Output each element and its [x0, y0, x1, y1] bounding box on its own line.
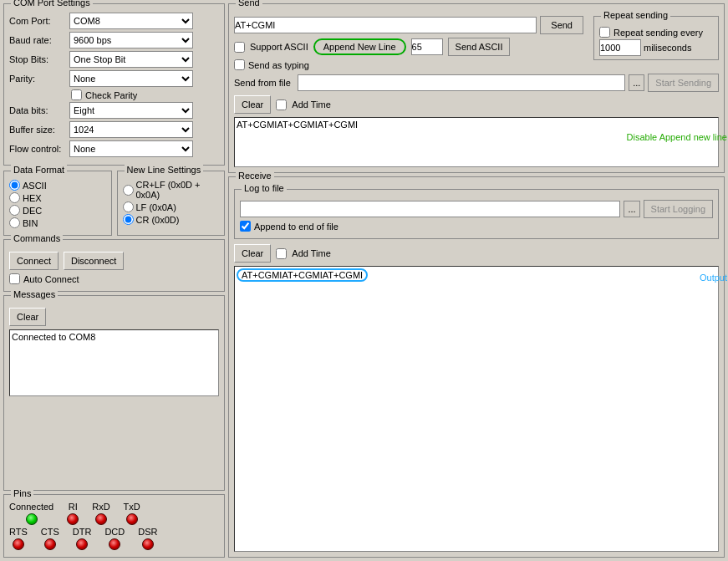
pin-rts: RTS — [9, 527, 28, 550]
file-browse-button[interactable]: ... — [629, 74, 644, 91]
send-command-input[interactable] — [234, 17, 537, 33]
pin-cts-label: CTS — [41, 527, 59, 537]
append-new-line-button[interactable]: Append New Line — [313, 38, 406, 55]
pin-rts-led — [13, 538, 24, 550]
connect-button[interactable]: Connect — [9, 252, 59, 270]
send-as-typing-label: Send as typing — [248, 60, 309, 70]
pin-dcd-label: DCD — [104, 527, 125, 537]
com-port-select[interactable]: COM8 — [69, 13, 193, 29]
pin-dsr-led — [142, 538, 154, 550]
receive-box: Receive Log to file ... Start Logging Ap… — [228, 176, 725, 558]
stop-bits-select[interactable]: One Stop Bit — [69, 51, 193, 68]
buffer-size-select[interactable]: 1024 — [69, 121, 193, 138]
dec-radio[interactable] — [9, 205, 20, 216]
com-port-settings: COM Port Settings Com Port: COM8 Baud ra… — [3, 3, 225, 166]
repeat-sending-checkbox[interactable] — [599, 27, 610, 38]
repeat-interval-input[interactable] — [599, 39, 641, 56]
send-ascii-button[interactable]: Send ASCII — [448, 38, 511, 56]
append-to-file-checkbox[interactable] — [240, 221, 251, 232]
send-history-text: AT+CGMIAT+CGMIAT+CGMI — [237, 120, 358, 130]
output-annotation: Output — [700, 273, 727, 283]
lf-label: LF (0x0A) — [136, 202, 176, 212]
ms-label: miliseconds — [644, 43, 691, 53]
auto-connect-checkbox[interactable] — [9, 273, 20, 284]
start-logging-button[interactable]: Start Logging — [644, 200, 713, 218]
pin-ri-led — [67, 513, 79, 525]
log-file-browse-button[interactable]: ... — [624, 201, 639, 217]
flow-control-select[interactable]: None — [69, 140, 193, 157]
commands-box: Commands Connect Disconnect Auto Connect — [3, 239, 225, 292]
send-group: Send Send Support ASCII Append New Line — [228, 3, 725, 173]
send-from-file-label: Send from file — [234, 78, 291, 88]
disconnect-button[interactable]: Disconnect — [64, 252, 124, 270]
append-to-file-label: Append to end of file — [254, 222, 339, 232]
pin-rxd-label: RxD — [92, 502, 109, 512]
commands-title: Commands — [11, 233, 63, 243]
log-file-input[interactable] — [240, 201, 620, 217]
bin-label: BIN — [23, 218, 38, 228]
auto-connect-label: Auto Connect — [23, 274, 79, 284]
support-ascii-checkbox[interactable] — [234, 42, 245, 53]
data-bits-label: Data bits: — [9, 105, 69, 115]
crlf-label: CR+LF (0x0D + 0x0A) — [136, 180, 220, 200]
repeat-sending-box: Repeat sending Repeat sending every mili… — [593, 16, 719, 60]
pins-title: Pins — [11, 488, 33, 498]
parity-label: Parity: — [9, 74, 69, 84]
send-as-typing-checkbox[interactable] — [234, 59, 245, 70]
send-add-time-checkbox[interactable] — [276, 99, 287, 110]
send-file-input[interactable] — [298, 74, 625, 91]
pin-connected-label: Connected — [9, 502, 53, 512]
pin-txd-led — [126, 513, 138, 525]
pin-dcd-led — [109, 538, 120, 550]
messages-clear-button[interactable]: Clear — [9, 308, 46, 326]
parity-select[interactable]: None — [69, 70, 193, 87]
data-format-title: Data Format — [11, 165, 67, 175]
ascii-radio[interactable] — [9, 180, 20, 191]
receive-data-area: AT+CGMIAT+CGMIAT+CGMI — [234, 266, 719, 552]
check-parity-checkbox[interactable] — [71, 89, 82, 100]
repeat-sending-label: Repeat sending every — [613, 28, 703, 38]
receive-clear-button[interactable]: Clear — [234, 244, 271, 263]
data-bits-select[interactable]: Eight — [69, 102, 193, 119]
flow-control-label: Flow control: — [9, 144, 69, 154]
new-line-title: New Line Settings — [125, 165, 204, 175]
pin-dsr-label: DSR — [138, 527, 157, 537]
receive-output-text: AT+CGMIAT+CGMIAT+CGMI — [237, 268, 368, 282]
pin-dtr-label: DTR — [73, 527, 92, 537]
pin-cts: CTS — [41, 527, 59, 550]
repeat-sending-title: Repeat sending — [601, 10, 670, 20]
pin-dtr: DTR — [73, 527, 92, 550]
pin-dtr-led — [76, 538, 88, 550]
messages-box: Messages Clear Connected to COM8 — [3, 295, 225, 491]
send-button[interactable]: Send — [540, 16, 583, 34]
pin-cts-led — [44, 538, 56, 550]
lf-radio[interactable] — [123, 201, 134, 212]
receive-add-time-checkbox[interactable] — [276, 248, 287, 259]
send-title: Send — [236, 0, 262, 8]
support-ascii-label: Support ASCII — [250, 42, 308, 52]
stop-bits-label: Stop Bits: — [9, 54, 69, 64]
pin-rxd: RxD — [92, 502, 109, 525]
pin-txd: TxD — [124, 502, 140, 525]
com-port-label: Com Port: — [9, 16, 69, 26]
pin-ri-label: RI — [69, 502, 78, 512]
bin-radio[interactable] — [9, 217, 20, 228]
hex-label: HEX — [23, 193, 42, 203]
receive-add-time-label: Add Time — [292, 248, 330, 258]
check-parity-label: Check Parity — [85, 90, 137, 100]
pin-connected: Connected — [9, 502, 53, 525]
com-port-settings-title: COM Port Settings — [11, 0, 93, 8]
pin-dsr: DSR — [138, 527, 157, 550]
crlf-radio[interactable] — [123, 185, 134, 196]
start-sending-button[interactable]: Start Sending — [648, 74, 719, 92]
cr-radio[interactable] — [123, 214, 134, 225]
hex-radio[interactable] — [9, 192, 20, 203]
send-add-time-label: Add Time — [292, 99, 330, 110]
dec-label: DEC — [23, 206, 42, 216]
ascii-label: ASCII — [23, 181, 47, 191]
send-clear-button[interactable]: Clear — [234, 95, 271, 114]
baud-rate-select[interactable]: 9600 bps — [69, 32, 193, 48]
data-format-box: Data Format ASCII HEX DEC — [3, 171, 112, 236]
ascii-value-input[interactable] — [411, 38, 443, 55]
pin-dcd: DCD — [104, 527, 125, 550]
